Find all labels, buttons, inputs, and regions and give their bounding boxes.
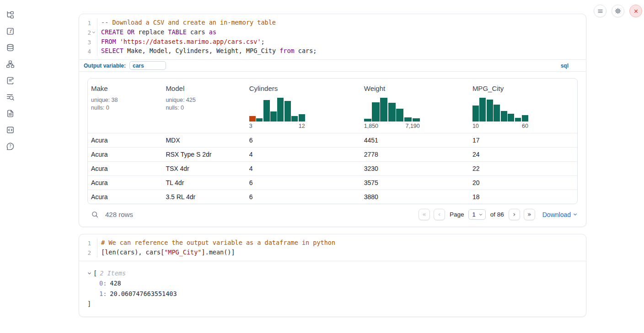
variables-icon[interactable]: f [5,26,15,36]
histogram-bar [396,109,403,122]
download-button[interactable]: Download [542,211,578,218]
scratchpad-icon[interactable] [5,76,15,85]
table-cell: 18 [469,190,577,204]
gear-icon [614,7,622,15]
settings-button[interactable] [612,5,624,17]
column-name[interactable]: MPG_City [472,85,574,92]
token: cars; [295,47,317,54]
histogram-bar [291,116,298,122]
collapse-chevron-icon[interactable] [87,271,93,275]
code-text: [len(cars), cars["MPG_City"].mean()] [97,248,586,258]
bracket-open: [ [93,268,97,279]
table-row[interactable]: AcuraTL 4dr6357520 [88,175,577,190]
histogram-bar [508,114,514,122]
histogram-bar [479,98,486,122]
token: # We can reference the output variable a… [101,239,335,246]
datasources-icon[interactable] [5,43,15,52]
histogram-bar [515,118,521,122]
column-header: MPG_City1060 [469,79,577,133]
last-page-button[interactable]: » [524,209,535,220]
table-cell: 22 [469,162,577,175]
output-variable-input[interactable] [129,61,166,70]
table-row[interactable]: AcuraRSX Type S 2dr4277824 [88,147,577,161]
line-number: 1 [79,238,91,248]
search-icon[interactable] [91,211,99,218]
table-row[interactable]: AcuraTSX 4dr4323022 [88,161,577,175]
column-name[interactable]: Model [166,85,243,92]
help-icon[interactable]: ? [5,142,15,151]
snippets-icon[interactable] [5,125,15,134]
code-line: 1-- Download a CSV and create an in-memo… [79,18,586,28]
code-editor-sql[interactable]: 1-- Download a CSV and create an in-memo… [79,14,586,59]
file-explorer-icon[interactable] [5,10,15,19]
next-page-button[interactable]: › [509,209,520,220]
code-text: # We can reference the output variable a… [97,238,586,248]
column-header: Makeunique: 38nulls: 0 [88,79,162,133]
table-cell: 4 [246,162,361,175]
code-line: 2CREATE OR replace TABLE cars as [79,28,586,37]
table-cell: Acura [88,148,162,161]
table-cell: TSX 4dr [162,162,246,175]
sql-options-bar: Output variable: sql [79,59,586,72]
fold-toggle-icon[interactable] [91,28,96,37]
code-editor-python[interactable]: 1# We can reference the output variable … [79,234,586,261]
code-text: CREATE OR replace TABLE cars as [97,28,586,37]
code-text: SELECT Make, Model, Cylinders, Weight, M… [97,47,586,56]
sql-cell-output: Makeunique: 38nulls: 0Modelunique: 425nu… [79,72,586,220]
pagination: « ‹ Page 1 of 86 › » [419,209,535,220]
histogram-bar [372,102,379,122]
column-name[interactable]: Cylinders [249,85,358,92]
histogram-bar [501,111,507,122]
table-cell: 6 [246,133,361,147]
histogram-bar [256,118,263,122]
close-icon [633,8,639,14]
data-table: Makeunique: 38nulls: 0Modelunique: 425nu… [87,78,578,204]
tree-root-line: [ 2 Items [87,268,586,279]
table-cell: TL 4dr [162,176,246,190]
tree-close-line: ] [87,299,586,309]
shutdown-button[interactable] [629,5,642,17]
fold-slot [91,248,96,258]
token: TABLE [168,28,187,36]
stat-line: nulls: 0 [166,104,243,112]
table-cell: 6 [246,176,361,190]
table-cell: 6 [246,190,361,204]
menu-button[interactable] [594,5,606,17]
page-select[interactable]: 1 [468,209,485,220]
histogram-bar [299,114,305,122]
line-number: 2 [79,248,91,258]
table-cell: 17 [469,133,577,147]
code-line: 4SELECT Make, Model, Cylinders, Weight, … [79,47,586,56]
table-row[interactable]: Acura3.5 RL 4dr6388018 [88,190,577,204]
column-histogram: 312 [249,98,305,129]
chevron-down-icon [478,212,483,217]
histogram-bar [413,118,420,122]
column-header: Modelunique: 425nulls: 0 [162,79,246,133]
table-cell: 4451 [361,133,469,147]
svg-text:f: f [9,28,12,34]
table-cell: 2778 [361,148,469,161]
row-count: 428 rows [105,211,133,218]
histogram-bars [472,98,528,122]
first-page-button[interactable]: « [419,209,430,220]
token: ; [261,38,265,45]
documentation-icon[interactable] [5,109,15,118]
table-cell: Acura [88,190,162,204]
token: from [279,47,295,54]
column-name[interactable]: Weight [364,85,467,92]
table-row[interactable]: AcuraMDX6445117 [88,133,577,147]
line-number: 2 [79,28,91,37]
code-line: 3FROM 'https://datasets.marimo.app/cars.… [79,37,586,47]
column-name[interactable]: Make [91,85,160,92]
code-text: -- Download a CSV and create an in-memor… [97,18,586,28]
histogram-bar [364,119,371,122]
dependency-graph-icon[interactable] [5,59,15,69]
fold-slot [91,47,96,56]
bracket-close: ] [87,299,91,309]
prev-page-button[interactable]: ‹ [434,209,445,220]
token: 'https://datasets.marimo.app/cars.csv' [120,38,261,45]
logs-icon[interactable] [5,92,15,101]
fold-slot [91,238,96,248]
axis-min-label: 1,850 [364,123,378,129]
histogram-axis-labels: 1,8507,190 [364,123,420,129]
